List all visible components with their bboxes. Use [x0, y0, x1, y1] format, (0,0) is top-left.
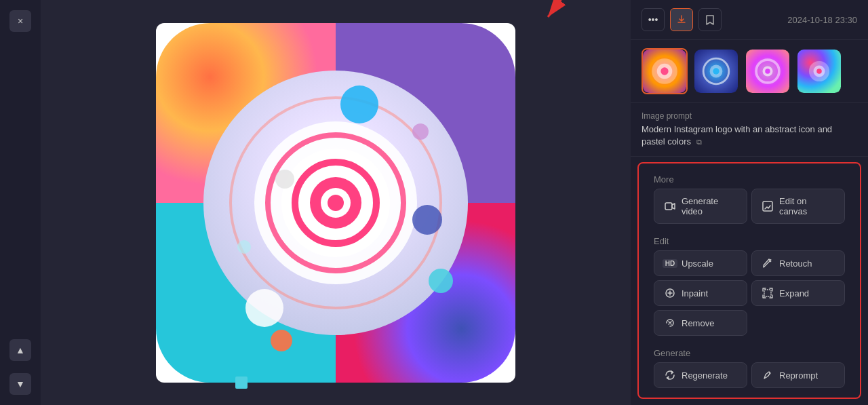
svg-point-20	[237, 240, 251, 254]
expand-label: Expand	[779, 288, 809, 298]
thumb-image-3	[746, 50, 789, 93]
svg-line-24	[548, 0, 568, 17]
remove-button[interactable]: Remove	[654, 310, 747, 336]
generated-image	[156, 23, 515, 383]
chevron-down-icon: ▼	[16, 379, 25, 389]
more-section: More Generate video	[643, 168, 856, 229]
remove-icon	[664, 317, 676, 328]
nav-down-button[interactable]: ▼	[9, 373, 31, 395]
timestamp: 2024-10-18 23:30	[787, 15, 857, 25]
upscale-button[interactable]: HD Upscale	[654, 250, 747, 276]
upscale-label: Upscale	[682, 258, 713, 269]
svg-rect-41	[665, 203, 672, 210]
copy-icon[interactable]: ⧉	[696, 137, 702, 147]
svg-point-36	[765, 69, 770, 74]
inpaint-button[interactable]: Inpaint	[654, 280, 747, 306]
arrow-svg	[534, 0, 575, 27]
edit-section: Edit HD Upscale Retouch	[643, 229, 856, 341]
generate-video-button[interactable]: Generate video	[654, 189, 747, 224]
reprompt-icon	[762, 370, 774, 381]
prompt-text: Modern Instagram logo with an abstract i…	[642, 123, 857, 148]
regenerate-label: Regenerate	[682, 370, 728, 381]
corner-indicator	[235, 377, 248, 389]
thumb-image-2	[694, 50, 738, 93]
bookmark-icon	[705, 14, 715, 25]
svg-point-13	[328, 195, 344, 211]
expand-icon	[762, 288, 774, 298]
thumbnail-2[interactable]	[693, 48, 739, 94]
svg-point-40	[816, 69, 822, 74]
more-actions-grid: Generate video Edit on canvas	[643, 189, 856, 229]
hd-icon: HD	[664, 259, 676, 268]
thumbnail-1[interactable]	[642, 48, 688, 94]
close-button[interactable]: ×	[9, 10, 31, 32]
retouch-icon	[762, 258, 774, 269]
edit-actions-grid: HD Upscale Retouch	[643, 250, 856, 341]
remove-label: Remove	[682, 318, 714, 328]
regenerate-button[interactable]: Regenerate	[654, 362, 747, 388]
inpaint-icon	[664, 288, 676, 298]
download-icon	[676, 14, 687, 25]
svg-point-18	[245, 289, 283, 327]
svg-point-17	[429, 269, 453, 293]
svg-point-45	[769, 372, 770, 374]
nav-up-button[interactable]: ▲	[9, 339, 31, 361]
generate-video-label: Generate video	[682, 196, 737, 216]
svg-rect-42	[763, 201, 772, 211]
reprompt-button[interactable]: Reprompt	[751, 362, 845, 388]
more-options-button[interactable]: •••	[642, 8, 665, 31]
svg-point-15	[275, 170, 294, 189]
toolbar: ••• 2024-10-18 23:30	[631, 0, 868, 40]
thumb-image-1	[643, 50, 686, 93]
svg-point-19	[412, 123, 429, 140]
chevron-up-icon: ▲	[16, 345, 25, 355]
svg-point-28	[660, 67, 668, 75]
reprompt-label: Reprompt	[779, 370, 818, 381]
thumbnails-row	[631, 40, 868, 103]
prompt-section: Image prompt Modern Instagram logo with …	[631, 103, 868, 157]
thumbnail-3[interactable]	[745, 48, 791, 94]
right-panel: ••• 2024-10-18 23:30	[631, 0, 868, 405]
thumbnail-4[interactable]	[796, 48, 842, 94]
bookmark-button[interactable]	[698, 8, 722, 31]
canvas-icon	[762, 201, 774, 212]
edit-on-canvas-label: Edit on canvas	[779, 196, 835, 216]
image-container	[156, 23, 515, 383]
prompt-label: Image prompt	[642, 111, 857, 121]
video-icon	[664, 201, 676, 212]
main-image-area	[41, 0, 631, 405]
generate-section: Generate Regenerate	[643, 341, 856, 393]
regenerate-icon	[664, 370, 676, 381]
ellipsis-icon: •••	[648, 14, 658, 25]
prompt-content: Modern Instagram logo with an abstract i…	[642, 124, 832, 147]
highlighted-actions-box: More Generate video	[637, 162, 861, 399]
generate-actions-grid: Regenerate Reprompt	[643, 362, 856, 393]
download-button[interactable]	[670, 8, 693, 31]
inpaint-label: Inpaint	[682, 288, 708, 298]
retouch-button[interactable]: Retouch	[751, 250, 845, 276]
edit-on-canvas-button[interactable]: Edit on canvas	[751, 189, 845, 224]
svg-point-32	[713, 68, 719, 74]
svg-rect-44	[764, 290, 771, 296]
thumb-image-4	[797, 50, 841, 93]
svg-point-14	[340, 85, 378, 123]
retouch-label: Retouch	[779, 258, 812, 269]
left-sidebar: × ▲ ▼	[0, 0, 41, 405]
svg-point-21	[271, 330, 292, 351]
close-icon: ×	[18, 16, 23, 26]
edit-section-label: Edit	[643, 229, 856, 250]
expand-button[interactable]: Expand	[751, 280, 845, 306]
more-section-label: More	[643, 168, 856, 189]
generate-section-label: Generate	[643, 341, 856, 362]
svg-point-16	[412, 205, 442, 235]
